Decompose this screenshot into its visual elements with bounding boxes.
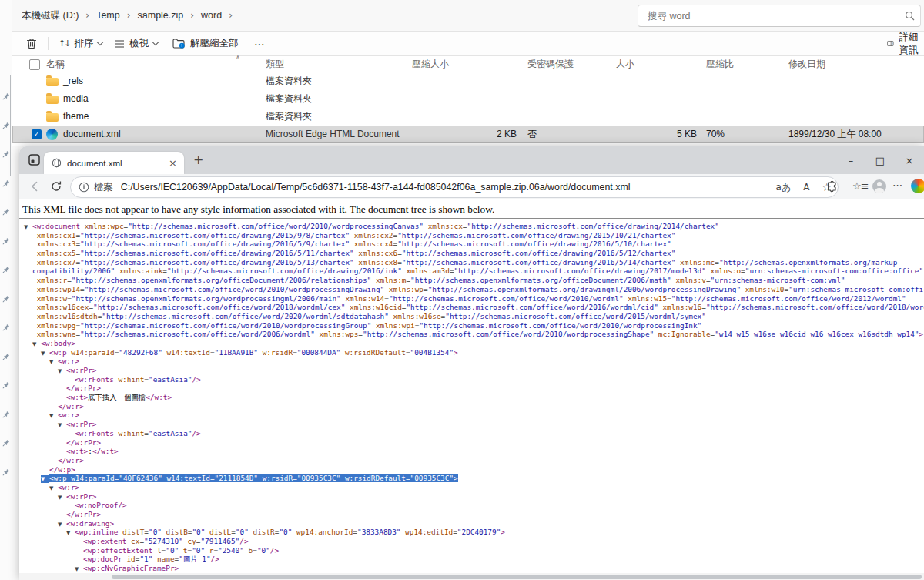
xml-line[interactable]: xmlns:wpg="http://schemas.microsoft.com/… [19, 321, 924, 330]
url-text[interactable]: C:/Users/IEC120639/AppData/Local/Temp/5c… [121, 182, 770, 193]
file-row-document.xml[interactable]: ✓document.xmlMicrosoft Edge HTML Documen… [12, 126, 924, 143]
view-button[interactable]: 檢視 [109, 32, 162, 55]
column-header-ratio[interactable]: 壓縮比 [706, 55, 734, 72]
xml-line[interactable]: compatibility/2006" xmlns:aink="http://s… [19, 267, 924, 276]
xml-line[interactable]: </w:rPr> [19, 438, 924, 448]
profile-avatar[interactable] [872, 179, 886, 193]
xml-line[interactable]: ▼<w:rPr> [19, 366, 924, 375]
collapse-arrow-icon[interactable]: ▼ [58, 521, 66, 528]
column-header-name[interactable]: 名稱 [46, 55, 65, 72]
collapse-arrow-icon[interactable]: ▼ [58, 494, 66, 501]
close-button[interactable]: × [895, 155, 924, 166]
xml-line[interactable]: ▼<wp:cNvGraphicFramePr> [19, 564, 924, 573]
maximize-button[interactable]: □ [865, 155, 895, 166]
breadcrumb-item[interactable]: 本機磁碟 (D:) [22, 9, 79, 22]
xml-line[interactable]: </w:r> [19, 402, 924, 411]
xml-line[interactable]: xmlns:cx7="http://schemas.microsoft.com/… [19, 258, 924, 267]
more-options-button[interactable]: ⋯ [249, 32, 270, 55]
xml-line[interactable]: ▼<w:drawing> [19, 519, 924, 528]
sort-button[interactable]: ↑↓ 排序 [54, 32, 107, 55]
copilot-icon[interactable] [911, 179, 924, 193]
xml-line[interactable]: xmlns:cx5="http://schemas.microsoft.com/… [19, 249, 924, 258]
xml-line[interactable]: ▼<w:r> [19, 357, 924, 366]
extensions-icon[interactable] [825, 180, 838, 196]
xml-line[interactable]: xmlns:w16sdtdh="http://schemas.microsoft… [19, 312, 924, 321]
collapse-arrow-icon[interactable]: ▼ [49, 358, 58, 366]
xml-line[interactable]: </w:rPr> [19, 510, 924, 519]
xml-line[interactable]: xmlns:wne="http://schemas.microsoft.com/… [19, 330, 924, 339]
sort-ascending-icon[interactable]: ∧ [236, 54, 240, 61]
xml-line[interactable]: ▼<wp:inline distT="0" distB="0" distL="0… [19, 528, 924, 537]
xml-line[interactable]: </w:p> [19, 465, 924, 474]
info-icon[interactable] [79, 182, 89, 193]
xml-line[interactable]: ▼<w:rPr> [19, 492, 924, 501]
xml-line[interactable]: <w:t>底下插入一個圖檔</w:t> [19, 393, 924, 402]
xml-line[interactable]: xmlns:r="http://schemas.openxmlformats.o… [19, 276, 924, 285]
collapse-arrow-icon[interactable]: ▼ [32, 340, 41, 348]
minimize-button[interactable]: – [836, 155, 865, 166]
collapse-arrow-icon[interactable]: ▼ [41, 475, 49, 483]
xml-line[interactable]: ▼<w:body> [19, 339, 924, 348]
column-header-type[interactable]: 類型 [266, 55, 284, 72]
breadcrumb-item[interactable]: word [201, 10, 222, 21]
xml-line[interactable]: </w:r> [19, 456, 924, 465]
xml-line-selected[interactable]: ▼<w:p w14:paraId="40F62436" w14:textId="… [19, 474, 924, 483]
browser-tab[interactable]: document.xml × [44, 152, 184, 174]
xml-line[interactable]: ▼<w:rPr> [19, 420, 924, 429]
address-bar[interactable]: 檔案 C:/Users/IEC120639/AppData/Local/Temp… [70, 176, 839, 198]
search-input[interactable] [646, 10, 905, 22]
xml-line[interactable]: <wp:effectExtent l="0" t="0" r="2540" b=… [19, 546, 924, 555]
xml-line[interactable]: <w:rFonts w:hint="eastAsia"/> [19, 375, 924, 384]
extract-all-button[interactable]: 解壓縮全部 [168, 32, 243, 55]
select-all-checkbox[interactable] [29, 59, 40, 70]
xml-line[interactable]: ▼<w:r> [19, 411, 924, 420]
collapse-arrow-icon[interactable]: ▼ [58, 367, 66, 375]
search-box[interactable] [638, 5, 921, 27]
collapse-arrow-icon[interactable]: ▼ [49, 484, 58, 492]
breadcrumb-chevron-icon[interactable]: › [229, 10, 233, 21]
xml-line[interactable]: <wp:extent cx="5274310" cy="7911465"/> [19, 537, 924, 546]
tab-close-button[interactable]: × [169, 157, 177, 169]
scrollbar-thumb[interactable] [112, 575, 922, 579]
xml-line[interactable]: xmlns:cx3="http://schemas.microsoft.com/… [19, 240, 924, 249]
breadcrumb-item[interactable]: sample.zip [138, 10, 184, 21]
collapse-arrow-icon[interactable]: ▼ [49, 412, 58, 420]
horizontal-scrollbar[interactable] [19, 573, 924, 580]
xml-line[interactable]: <w:rFonts w:hint="eastAsia"/> [19, 429, 924, 438]
xml-line[interactable]: ▼<w:p w14:paraId="48292F68" w14:textId="… [19, 348, 924, 357]
collapse-arrow-icon[interactable]: ▼ [58, 421, 66, 429]
xml-line[interactable]: </w:rPr> [19, 384, 924, 393]
refresh-button[interactable] [50, 180, 62, 196]
file-row-_rels[interactable]: _rels檔案資料夾 [12, 72, 924, 90]
column-header-password-protected[interactable]: 受密碼保護 [527, 55, 574, 72]
xml-line[interactable]: <w:t>:</w:t> [19, 447, 924, 456]
back-button[interactable] [28, 180, 41, 196]
translate-icon[interactable]: aあ [776, 181, 792, 194]
xml-line[interactable]: ▼<w:r> [19, 483, 924, 492]
xml-line[interactable]: ▼<w:document xmlns:wpc="http://schemas.m… [19, 222, 924, 231]
file-row-theme[interactable]: theme檔案資料夾 [12, 108, 924, 126]
tab-actions-menu-button[interactable] [28, 154, 40, 166]
column-header-size[interactable]: 大小 [616, 55, 634, 72]
details-pane-button[interactable]: 詳細資訊 [882, 32, 924, 55]
collapse-arrow-icon[interactable]: ▼ [66, 529, 75, 537]
xml-line[interactable]: xmlns:wp14="http://schemas.microsoft.com… [19, 285, 924, 294]
delete-button[interactable] [22, 32, 42, 55]
breadcrumb-chevron-icon[interactable]: › [190, 10, 194, 21]
read-aloud-icon[interactable]: A [803, 182, 809, 193]
settings-menu-button[interactable]: ⋯ [892, 179, 902, 191]
xml-line[interactable]: xmlns:w16cex="http://schemas.microsoft.c… [19, 303, 924, 312]
xml-line[interactable]: xmlns:cx1="http://schemas.microsoft.com/… [19, 231, 924, 240]
xml-line[interactable]: <wp:docPr id="1" name="圖片 1"/> [19, 555, 924, 564]
breadcrumb-chevron-icon[interactable]: › [127, 10, 131, 21]
file-row-media[interactable]: media檔案資料夾 [12, 90, 924, 108]
new-tab-button[interactable]: + [193, 153, 203, 167]
breadcrumb-chevron-icon[interactable]: › [85, 10, 89, 21]
column-header-modified[interactable]: 修改日期 [788, 55, 825, 72]
xml-line[interactable]: <w:noProof/> [19, 501, 924, 510]
breadcrumb-item[interactable]: Temp [96, 10, 120, 21]
favorites-hub-icon[interactable]: ☆≡ [852, 180, 869, 192]
collapse-arrow-icon[interactable]: ▼ [24, 223, 32, 231]
collapse-arrow-icon[interactable]: ▼ [75, 565, 83, 573]
xml-line[interactable]: xmlns:w="http://schemas.openxmlformats.o… [19, 294, 924, 303]
